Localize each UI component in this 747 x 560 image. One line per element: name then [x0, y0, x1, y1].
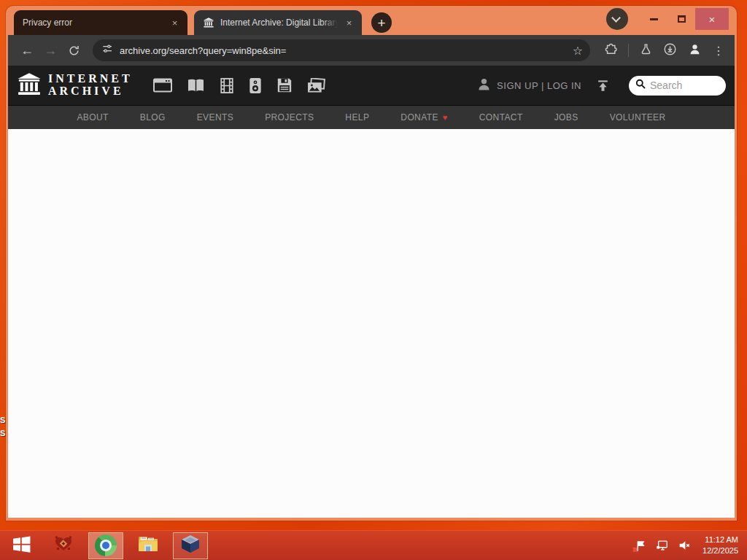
audio-icon[interactable] — [249, 77, 262, 94]
media-type-icons — [153, 77, 325, 94]
nav-volunteer[interactable]: VOLUNTEER — [610, 112, 666, 122]
site-controls-icon[interactable] — [101, 43, 113, 58]
nav-events[interactable]: EVENTS — [197, 112, 233, 122]
internet-archive-nav: ABOUT BLOG EVENTS PROJECTS HELP DONATE♥ … — [8, 105, 735, 129]
bookmark-star-icon[interactable]: ☆ — [568, 44, 587, 58]
minimize-button[interactable] — [640, 8, 667, 30]
site-search-box[interactable] — [629, 76, 726, 96]
close-tab-icon[interactable]: × — [168, 16, 182, 30]
browser-toolbar: ← → archive.org/search?query=win8pe&sin=… — [8, 35, 735, 66]
maximize-icon — [678, 15, 686, 23]
virtualbox-icon — [180, 534, 201, 557]
reload-button[interactable] — [63, 40, 84, 61]
maximize-button[interactable] — [667, 8, 695, 30]
tab-title: Privacy error — [23, 18, 163, 28]
chromium-browser-icon — [95, 534, 117, 556]
internet-archive-header: INTERNET ARCHIVE — [8, 66, 735, 105]
nav-about[interactable]: ABOUT — [77, 112, 108, 122]
browser-menu-icon[interactable]: ⋮ — [713, 44, 724, 58]
extensions-icon[interactable] — [605, 43, 617, 58]
signup-login-link[interactable]: SIGN UP | LOG IN — [497, 80, 581, 91]
minimize-icon — [650, 18, 658, 20]
person-icon — [476, 77, 492, 95]
internet-archive-logo-icon[interactable] — [17, 71, 42, 99]
toolbar-divider — [628, 44, 629, 57]
video-icon[interactable] — [220, 77, 234, 94]
tray-time: 11:12 AM — [703, 534, 738, 545]
error-badge-icon: ✕ — [632, 546, 638, 553]
tab-internet-archive[interactable]: Internet Archive: Digital Library × — [194, 10, 362, 35]
search-input[interactable] — [650, 79, 720, 91]
web-icon[interactable] — [153, 78, 172, 93]
nav-projects[interactable]: PROJECTS — [265, 112, 314, 122]
images-icon[interactable] — [307, 78, 325, 93]
taskbar-app-red-heart[interactable] — [42, 531, 85, 560]
action-center-flag-icon[interactable]: ✕ — [635, 540, 647, 552]
upload-icon[interactable] — [596, 79, 610, 93]
texts-icon[interactable] — [187, 78, 205, 93]
new-tab-button[interactable]: + — [371, 12, 392, 33]
close-tab-icon[interactable]: × — [342, 16, 356, 30]
windows-logo-icon — [12, 534, 31, 557]
nav-contact[interactable]: CONTACT — [479, 112, 523, 122]
chevron-down-icon — [611, 13, 621, 23]
url-text[interactable]: archive.org/search?query=win8pe&sin= — [120, 45, 286, 56]
search-icon — [635, 78, 646, 93]
tab-title: Internet Archive: Digital Library — [220, 18, 338, 28]
nav-help[interactable]: HELP — [345, 112, 369, 122]
toolbar-actions: ⋮ — [599, 42, 726, 59]
tab-privacy-error[interactable]: Privacy error × — [14, 10, 187, 35]
browser-window: Privacy error × Internet Archive: Digita… — [6, 6, 737, 521]
address-bar[interactable]: archive.org/search?query=win8pe&sin= ☆ — [93, 39, 590, 61]
start-button[interactable] — [0, 531, 42, 560]
tray-date: 12/2/2025 — [703, 545, 738, 556]
experiments-flask-icon[interactable] — [640, 43, 652, 58]
forward-button[interactable]: → — [40, 40, 61, 61]
internet-archive-wordmark[interactable]: INTERNET ARCHIVE — [48, 73, 133, 98]
profile-avatar-icon[interactable] — [688, 42, 702, 59]
back-button[interactable]: ← — [17, 40, 37, 61]
nav-blog[interactable]: BLOG — [140, 112, 166, 122]
tab-title-fade — [147, 18, 163, 28]
heart-icon: ♥ — [443, 113, 448, 122]
tab-strip: Privacy error × Internet Archive: Digita… — [8, 6, 735, 35]
windows-taskbar: ✕ 11:12 AM 12/2/2025 — [0, 530, 747, 560]
header-account-area: SIGN UP | LOG IN — [476, 76, 726, 96]
software-icon[interactable] — [276, 77, 293, 93]
page-content-area — [8, 129, 735, 518]
network-status-icon[interactable] — [656, 539, 669, 552]
taskbar-clock[interactable]: 11:12 AM 12/2/2025 — [700, 534, 741, 557]
internet-archive-favicon-icon — [203, 17, 214, 28]
file-explorer-icon — [137, 534, 159, 556]
nav-donate[interactable]: DONATE♥ — [400, 112, 447, 122]
nav-jobs[interactable]: JOBS — [554, 112, 578, 122]
taskbar-app-virtualbox[interactable] — [173, 532, 208, 559]
taskbar-app-chromium[interactable] — [88, 532, 123, 559]
tab-search-button[interactable] — [606, 8, 628, 30]
red-heart-app-icon — [53, 535, 74, 556]
taskbar-app-file-explorer[interactable] — [127, 531, 169, 560]
volume-muted-icon[interactable] — [678, 539, 691, 552]
downloads-icon[interactable] — [663, 42, 677, 59]
tab-title-fade — [322, 18, 338, 28]
window-controls: × — [606, 6, 729, 35]
system-tray: ✕ 11:12 AM 12/2/2025 — [635, 534, 747, 557]
close-window-button[interactable]: × — [695, 8, 729, 30]
